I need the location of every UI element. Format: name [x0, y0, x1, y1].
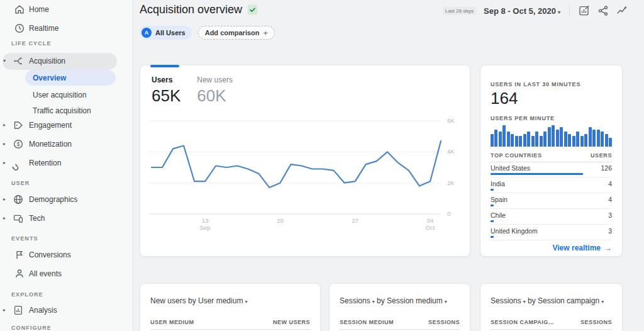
minute-bar — [552, 125, 555, 147]
minute-bar — [609, 138, 612, 147]
minute-bar — [589, 127, 592, 147]
col-header: SESSIONS — [580, 319, 612, 325]
minute-bar — [523, 134, 526, 147]
users-metric-tab[interactable]: Users 65K — [152, 76, 180, 105]
all-users-avatar: A — [142, 28, 152, 38]
col-header: SESSION CAMPAIG… — [491, 319, 554, 325]
sidebar-section-explore: EXPLORE — [11, 291, 43, 298]
sidebar-item-acquisition[interactable]: ▾ Acquisition — [0, 53, 132, 69]
col-header: USER MEDIUM — [150, 319, 194, 325]
date-range-selector[interactable]: Sep 8 - Oct 5, 2020▾ — [484, 6, 560, 16]
customize-report-icon[interactable] — [579, 5, 590, 16]
sidebar-item-retention[interactable]: ▸ Retention — [0, 155, 132, 171]
country-bar — [491, 189, 494, 191]
country-row: Spain4 — [491, 193, 612, 209]
minute-bar — [564, 132, 567, 147]
insights-sparkline-icon[interactable] — [616, 5, 628, 16]
comparison-bar: A All Users Add comparison + — [140, 26, 275, 40]
sidebar-section-events: EVENTS — [11, 235, 38, 242]
svg-text:20: 20 — [277, 217, 284, 224]
engagement-tag-icon — [13, 120, 24, 131]
col-header: SESSION MEDIUM — [340, 319, 394, 325]
sidebar-item-analysis[interactable]: ▸ Analysis — [0, 302, 132, 318]
svg-text:Oct: Oct — [426, 224, 435, 231]
country-users-value: 3 — [608, 211, 612, 220]
sidebar-item-label: Realtime — [29, 24, 58, 33]
all-users-label: All Users — [155, 29, 186, 36]
minute-bar — [592, 130, 596, 147]
card-title-dropdown[interactable]: New users by User medium▾ — [150, 296, 247, 305]
card-title-dropdown[interactable]: Sessions▾ by Session medium▾ — [340, 296, 447, 305]
sidebar-item-user-acquisition[interactable]: User acquisition — [0, 87, 132, 103]
card-title-dropdown[interactable]: Sessions▾ by Session campaign▾ — [491, 296, 604, 305]
users-overview-card: Users 65K New users 60K 02K4K6K13Sep2027… — [140, 65, 470, 257]
country-name: Chile — [491, 211, 506, 220]
sidebar-item-overview[interactable]: Overview — [0, 70, 132, 86]
table-header: SESSION CAMPAIG… SESSIONS — [491, 319, 612, 330]
date-preset-label: Last 28 days — [443, 7, 476, 15]
new-users-by-medium-card: New users by User medium▾ USER MEDIUM NE… — [140, 283, 321, 331]
svg-text:4K: 4K — [447, 148, 455, 155]
country-row: Chile3 — [491, 209, 612, 225]
sidebar-item-tech[interactable]: ▸ Tech — [0, 210, 132, 227]
minute-bar — [531, 136, 535, 147]
sidebar-item-engagement[interactable]: ▸ Engagement — [0, 117, 132, 133]
sidebar-item-label: Traffic acquisition — [33, 106, 91, 115]
expander-collapsed-icon[interactable]: ▸ — [3, 141, 6, 147]
country-bar — [491, 205, 494, 206]
all-users-chip[interactable]: A All Users — [140, 26, 192, 40]
sidebar-item-label: All events — [29, 269, 62, 278]
all-events-person-icon — [14, 268, 25, 279]
sidebar-item-label: Tech — [29, 214, 45, 223]
svg-text:2K: 2K — [447, 179, 455, 186]
retention-magnet-icon — [13, 157, 24, 169]
minute-bar — [535, 132, 538, 147]
monetization-dollar-icon: $ — [13, 138, 24, 150]
country-bar — [491, 220, 494, 222]
sidebar-item-conversions[interactable]: Conversions — [0, 247, 132, 263]
sidebar-item-label: Engagement — [29, 121, 72, 130]
sidebar-section-configure: CONFIGURE — [11, 325, 52, 331]
arrow-right-icon: → — [604, 244, 612, 252]
share-icon[interactable] — [597, 5, 609, 16]
minute-bar — [548, 127, 551, 147]
view-realtime-link[interactable]: View realtime → — [553, 244, 613, 252]
sidebar-item-demographics[interactable]: ▸ Demographics — [0, 191, 132, 208]
minute-bar — [605, 134, 608, 147]
sidebar-section-life-cycle: LIFE CYCLE — [11, 40, 52, 47]
sidebar-item-realtime[interactable]: Realtime — [0, 20, 132, 36]
expander-collapsed-icon[interactable]: ▸ — [3, 307, 6, 313]
minute-bar — [527, 132, 530, 147]
minute-bar — [572, 136, 575, 147]
header-divider — [569, 5, 570, 16]
table-header: SESSION MEDIUM SESSIONS — [340, 319, 460, 330]
sidebar-item-label: User acquisition — [33, 91, 86, 99]
minute-bar — [576, 132, 579, 147]
expander-collapsed-icon[interactable]: ▸ — [3, 196, 6, 203]
countries-col-users: USERS — [591, 152, 612, 159]
expander-expanded-icon[interactable]: ▾ — [3, 58, 6, 64]
acquisition-icon — [13, 55, 24, 67]
insights-check-badge-icon[interactable] — [247, 4, 258, 15]
add-comparison-button[interactable]: Add comparison + — [198, 26, 275, 40]
minute-bar — [491, 134, 494, 147]
sidebar-item-label: Conversions — [29, 250, 71, 259]
expander-collapsed-icon[interactable]: ▸ — [3, 215, 6, 222]
users-per-minute-label: USERS PER MINUTE — [491, 115, 555, 121]
country-row: United States126 — [491, 162, 612, 177]
countries-col-name: TOP COUNTRIES — [491, 152, 541, 159]
users-line-chart: 02K4K6K13Sep202704Oct — [149, 118, 469, 232]
analysis-report-icon — [13, 305, 24, 316]
expander-collapsed-icon[interactable]: ▸ — [3, 160, 6, 166]
new-users-metric-tab[interactable]: New users 60K — [197, 76, 233, 105]
active-tab-indicator — [150, 65, 179, 67]
sidebar-item-monetization[interactable]: ▸ $ Monetization — [0, 136, 132, 152]
sidebar-item-all-events[interactable]: All events — [0, 266, 132, 282]
metric-value: 65K — [152, 86, 180, 105]
home-icon — [14, 4, 25, 15]
sidebar-item-label: Home — [29, 5, 49, 14]
expander-collapsed-icon[interactable]: ▸ — [3, 122, 6, 128]
minute-bar — [568, 134, 571, 147]
country-users-value: 3 — [608, 227, 612, 235]
sidebar-item-home[interactable]: Home — [0, 1, 132, 18]
